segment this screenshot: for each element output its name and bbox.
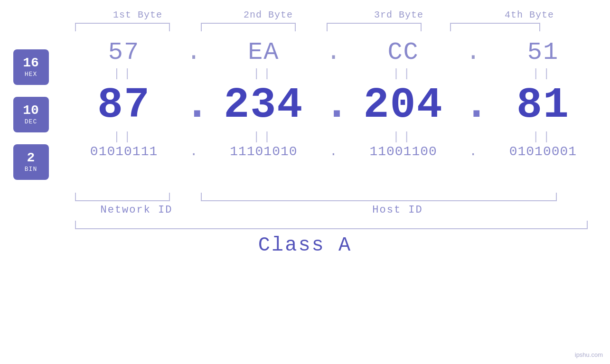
top-brackets: [73, 23, 595, 31]
dec-val-3: 204: [356, 81, 451, 130]
eq1-1: ||: [76, 67, 171, 80]
bin-badge: 2 BIN: [13, 144, 49, 180]
eq2-1: ||: [76, 131, 171, 143]
hex-dot-1: .: [184, 38, 203, 66]
eq1-2: ||: [216, 67, 311, 80]
eq1-3: ||: [356, 67, 451, 80]
byte2-header: 2nd Byte: [203, 9, 334, 20]
equals-row-1: || || || ||: [66, 67, 602, 80]
big-bracket: [75, 221, 588, 229]
hex-val-3: CC: [356, 38, 451, 66]
network-id-label: Network ID: [73, 204, 201, 216]
hex-row: 57 . EA . CC . 51: [66, 38, 602, 66]
top-bracket-2: [201, 23, 296, 31]
top-bracket-3: [327, 23, 422, 31]
bin-dot-1: .: [184, 144, 203, 159]
top-bracket-1: [75, 23, 170, 31]
eq2-2: ||: [216, 131, 311, 143]
bin-badge-num: 2: [27, 151, 35, 166]
bin-row: 01010111 . 11101010 . 11001100 .: [66, 144, 602, 159]
dec-dot-3: .: [464, 81, 483, 130]
bin-val-1: 01010111: [76, 144, 171, 159]
top-bracket-4: [450, 23, 540, 31]
dec-val-4: 81: [496, 81, 591, 130]
bin-badge-wrapper: 2 BIN: [13, 138, 66, 186]
byte4-header: 4th Byte: [464, 9, 595, 20]
main-container: 1st Byte 2nd Byte 3rd Byte 4th Byte 16 H…: [0, 0, 610, 364]
hex-dot-3: .: [464, 38, 483, 66]
dec-badge-num: 10: [23, 103, 39, 118]
hex-val-1: 57: [76, 38, 171, 66]
bottom-brackets: [73, 193, 595, 201]
dec-dot-2: .: [324, 81, 343, 130]
dec-dot-1: .: [184, 81, 203, 130]
dec-val-1: 87: [76, 81, 171, 130]
hex-badge-label: HEX: [25, 71, 37, 78]
equals-row-2: || || || ||: [66, 131, 602, 143]
hex-badge-num: 16: [23, 56, 39, 71]
host-id-label: Host ID: [201, 204, 595, 216]
hex-val-4: 51: [496, 38, 591, 66]
bottom-bracket-2-4: [201, 193, 557, 201]
hex-badge-wrapper: 16 HEX: [13, 43, 66, 91]
dec-badge-label: DEC: [25, 118, 37, 125]
bin-badge-label: BIN: [25, 166, 37, 173]
badges-column: 16 HEX 10 DEC 2 BIN: [9, 38, 66, 190]
values-grid: 57 . EA . CC . 51: [66, 38, 602, 190]
dec-val-2: 234: [216, 81, 311, 130]
dec-badge: 10 DEC: [13, 97, 49, 132]
bin-val-2: 11101010: [216, 144, 311, 159]
class-label-row: Class A: [0, 234, 610, 257]
dec-row: 87 . 234 . 204 . 81: [66, 81, 602, 130]
byte-headers: 1st Byte 2nd Byte 3rd Byte 4th Byte: [73, 9, 595, 20]
dec-badge-wrapper: 10 DEC: [13, 91, 66, 138]
byte3-header: 3rd Byte: [334, 9, 464, 20]
eq2-3: ||: [356, 131, 451, 143]
eq2-4: ||: [496, 131, 591, 143]
id-labels: Network ID Host ID: [73, 204, 595, 216]
bin-dot-2: .: [324, 144, 343, 159]
class-label: Class A: [258, 234, 352, 257]
big-bracket-container: [75, 221, 597, 229]
content-area: 16 HEX 10 DEC 2 BIN: [9, 38, 602, 190]
bin-val-4: 01010001: [496, 144, 591, 159]
bin-dot-3: .: [464, 144, 483, 159]
hex-badge: 16 HEX: [13, 49, 49, 85]
hex-val-2: EA: [216, 38, 311, 66]
byte1-header: 1st Byte: [73, 9, 203, 20]
bin-val-3: 11001100: [356, 144, 451, 159]
watermark: ipshu.com: [575, 351, 603, 358]
bottom-bracket-1: [75, 193, 170, 201]
eq1-4: ||: [496, 67, 591, 80]
hex-dot-2: .: [324, 38, 343, 66]
